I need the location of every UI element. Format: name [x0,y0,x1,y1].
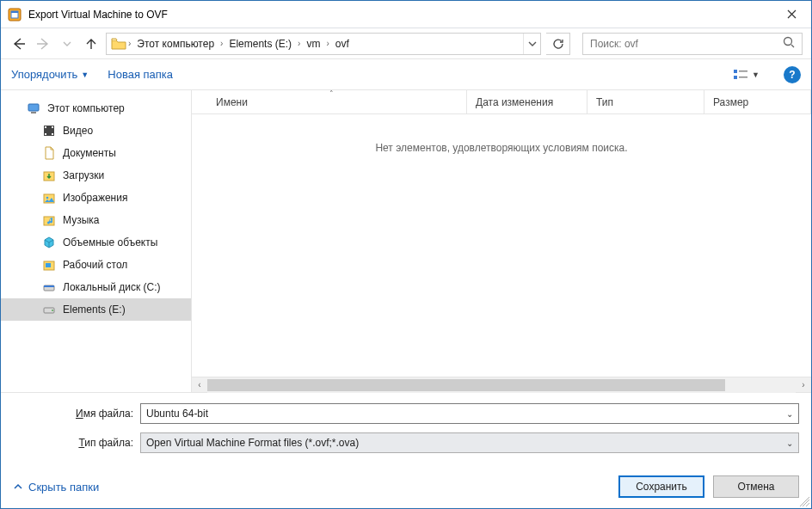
svg-point-17 [46,197,49,199]
sidebar-item-video[interactable]: Видео [1,120,191,142]
breadcrumb-dropdown[interactable] [523,34,540,54]
column-date[interactable]: Дата изменения [467,90,587,113]
cancel-button[interactable]: Отмена [713,475,799,498]
file-list[interactable]: Нет элементов, удовлетворяющих условиям … [192,114,811,377]
empty-message: Нет элементов, удовлетворяющих условиям … [192,114,811,154]
window-title: Export Virtual Machine to OVF [28,9,772,21]
svg-rect-11 [45,126,46,128]
column-name[interactable]: ˄ Имени [192,90,467,113]
arrow-left-icon [12,37,26,51]
up-button[interactable] [82,34,101,53]
column-headers: ˄ Имени Дата изменения Тип Размер [192,90,811,114]
sidebar-item-label: Документы [63,147,116,159]
chevron-down-icon: ▼ [752,71,760,79]
column-type[interactable]: Тип [587,90,704,113]
chevron-up-icon [13,481,23,492]
filetype-value: Open Virtual Machine Format files (*.ovf… [146,437,359,449]
document-icon [42,146,56,160]
close-button[interactable] [772,1,811,28]
chevron-down-icon [63,40,71,48]
sidebar-root-computer[interactable]: Этот компьютер [1,97,191,120]
filename-input[interactable]: Ubuntu 64-bit ⌄ [140,403,799,424]
computer-icon [27,101,40,115]
svg-rect-4 [734,70,737,73]
sidebar-item-label: Локальный диск (C:) [63,281,161,293]
scroll-thumb[interactable] [207,379,725,391]
music-icon [42,213,56,227]
crumb-ovf[interactable]: ovf [330,34,354,54]
sidebar-item-label: Загрузки [63,169,104,181]
svg-rect-18 [44,217,54,225]
sidebar-item-documents[interactable]: Документы [1,142,191,164]
crumb-vm[interactable]: vm [301,34,325,54]
app-icon [8,8,22,21]
sidebar[interactable]: Этот компьютер Видео Документы Загрузки … [1,90,192,392]
search-box[interactable] [582,33,803,55]
svg-rect-20 [46,263,51,267]
sidebar-item-elements[interactable]: Elements (E:) [1,298,191,321]
sidebar-item-music[interactable]: Музыка [1,209,191,231]
column-size[interactable]: Размер [704,90,811,113]
chevron-down-icon: ⌄ [786,438,793,448]
folder-icon [110,38,127,50]
view-options[interactable]: ▼ [728,65,765,84]
save-form: Имя файла: Ubuntu 64-bit ⌄ Тип файла: Op… [1,392,811,508]
toolbar: Упорядочить ▼ Новая папка ▼ ? [1,59,811,90]
filetype-label: Тип файла: [13,437,133,449]
refresh-button[interactable] [546,33,570,55]
new-folder-label: Новая папка [108,68,173,81]
help-button[interactable]: ? [784,66,801,83]
recent-dropdown[interactable] [58,34,77,53]
filetype-select[interactable]: Open Virtual Machine Format files (*.ovf… [140,432,799,453]
new-folder-button[interactable]: Новая папка [108,63,173,86]
close-icon [787,9,797,19]
svg-rect-7 [739,77,747,78]
file-panel: ˄ Имени Дата изменения Тип Размер Нет эл… [192,90,811,392]
drive-icon [42,303,56,316]
scroll-left-button[interactable]: ‹ [192,377,207,393]
refresh-icon [552,38,564,50]
organize-label: Упорядочить [11,68,77,81]
search-input[interactable] [588,37,783,51]
resize-grip[interactable] [799,496,809,506]
sidebar-item-label: Музыка [63,214,99,226]
organize-menu[interactable]: Упорядочить ▼ [11,63,89,86]
breadcrumb[interactable]: › Этот компьютер › Elements (E:) › vm › … [106,33,541,55]
sidebar-item-label: Изображения [63,192,127,204]
desktop-icon [42,258,56,272]
nav-row: › Этот компьютер › Elements (E:) › vm › … [1,28,811,59]
crumb-drive[interactable]: Elements (E:) [224,34,297,54]
images-icon [42,191,56,205]
filename-label: Имя файла: [13,408,133,420]
sidebar-item-downloads[interactable]: Загрузки [1,164,191,187]
titlebar: Export Virtual Machine to OVF [1,1,811,28]
scroll-right-button[interactable]: › [796,377,811,393]
search-icon [783,36,797,51]
hide-folders-label: Скрыть папки [28,481,99,494]
sidebar-item-images[interactable]: Изображения [1,187,191,209]
arrow-right-icon [36,37,50,51]
sidebar-item-desktop[interactable]: Рабочий стол [1,254,191,276]
save-button[interactable]: Сохранить [618,475,704,498]
sidebar-root-label: Этот компьютер [47,102,125,114]
sidebar-item-local-disk[interactable]: Локальный диск (C:) [1,276,191,298]
chevron-down-icon [528,40,537,48]
sidebar-item-label: Объемные объекты [63,236,157,248]
svg-rect-22 [44,285,54,287]
chevron-down-icon: ▼ [81,71,89,79]
forward-button[interactable] [34,34,52,53]
back-button[interactable] [9,34,28,53]
chevron-down-icon: ⌄ [786,409,793,419]
svg-rect-8 [28,104,39,111]
svg-rect-5 [734,76,737,79]
sidebar-item-label: Рабочий стол [63,259,127,271]
horizontal-scrollbar[interactable]: ‹ › [192,377,811,392]
crumb-computer[interactable]: Этот компьютер [132,34,219,54]
sort-ascending-icon: ˄ [329,89,334,98]
scroll-track[interactable] [207,377,796,393]
hide-folders-link[interactable]: Скрыть папки [13,481,99,494]
svg-rect-14 [52,133,53,135]
sidebar-item-3d[interactable]: Объемные объекты [1,231,191,254]
svg-rect-2 [11,11,18,13]
svg-rect-9 [31,112,36,113]
